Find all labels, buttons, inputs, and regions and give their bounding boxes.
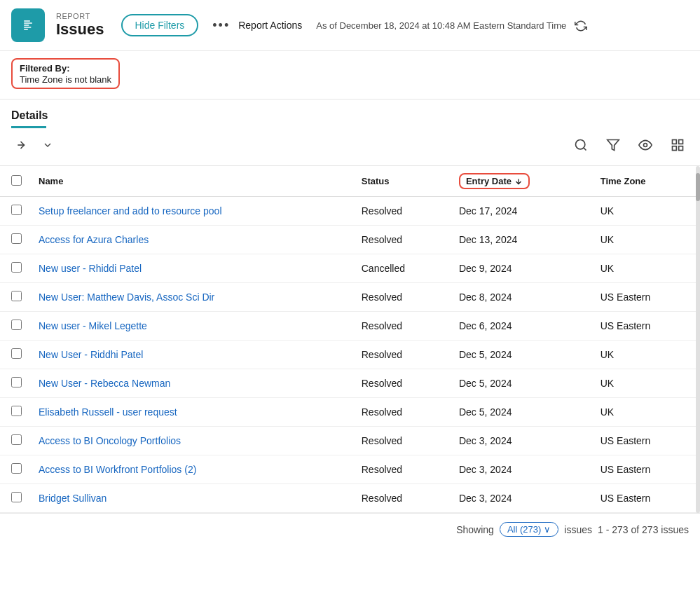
row-name-link[interactable]: New user - Rhiddi Patel <box>39 263 142 274</box>
svg-point-6 <box>576 140 585 149</box>
chevron-down-button[interactable] <box>38 137 57 157</box>
svg-rect-0 <box>24 20 30 22</box>
filter-circle: Filtered By: Time Zone is not blank <box>11 58 120 89</box>
report-label: REPORT <box>56 12 104 20</box>
row-time-zone-cell: US Eastern <box>592 455 700 484</box>
toolbar-right <box>570 135 689 158</box>
grid-button[interactable] <box>666 135 689 158</box>
row-name-cell: Access to BI Workfront Portfolios (2) <box>30 455 353 484</box>
row-name-cell: New User: Matthew Davis, Assoc Sci Dir <box>30 283 353 312</box>
table-row: New User: Matthew Davis, Assoc Sci Dir R… <box>0 283 700 312</box>
scrollbar-thumb[interactable] <box>696 173 700 201</box>
toolbar <box>0 128 700 166</box>
row-checkbox-cell <box>0 455 30 484</box>
row-checkbox[interactable] <box>11 434 22 445</box>
row-entry-date-cell: Dec 5, 2024 <box>451 398 592 427</box>
row-name-cell: New User - Riddhi Patel <box>30 341 353 369</box>
row-time-zone-cell: US Eastern <box>592 484 700 513</box>
more-options-button[interactable]: ••• <box>212 18 230 33</box>
row-time-zone-cell: US Eastern <box>592 283 700 312</box>
row-checkbox[interactable] <box>11 406 22 416</box>
row-status-cell: Resolved <box>353 197 451 226</box>
section-header: Details <box>0 99 700 128</box>
row-checkbox[interactable] <box>11 205 22 215</box>
report-actions-link[interactable]: Report Actions <box>238 20 302 31</box>
issues-table: Name Status Entry Date Time Zone <box>0 166 700 513</box>
time-zone-column-header[interactable]: Time Zone <box>592 166 700 197</box>
row-status-cell: Cancelled <box>353 254 451 283</box>
svg-rect-4 <box>24 29 28 30</box>
row-entry-date-cell: Dec 6, 2024 <box>451 312 592 341</box>
row-name-link[interactable]: Elisabeth Russell - user request <box>39 406 177 418</box>
scrollbar[interactable] <box>696 166 700 513</box>
row-name-link[interactable]: New User: Matthew Davis, Assoc Sci Dir <box>39 291 214 303</box>
refresh-button[interactable] <box>575 18 587 33</box>
table-row: New User - Riddhi Patel Resolved Dec 5, … <box>0 341 700 369</box>
search-button[interactable] <box>570 135 592 158</box>
status-column-header[interactable]: Status <box>353 166 451 197</box>
entry-date-column-header[interactable]: Entry Date <box>451 166 592 197</box>
row-checkbox-cell <box>0 254 30 283</box>
toolbar-left <box>11 135 57 158</box>
row-name-link[interactable]: Access to BI Workfront Portfolios (2) <box>39 464 196 475</box>
row-name-cell: Bridget Sullivan <box>30 484 353 513</box>
row-status-cell: Resolved <box>353 341 451 369</box>
table-row: New user - Rhiddi Patel Cancelled Dec 9,… <box>0 254 700 283</box>
table-row: Access for Azura Charles Resolved Dec 13… <box>0 226 700 254</box>
row-name-cell: New User - Rebecca Newman <box>30 369 353 398</box>
row-entry-date-cell: Dec 3, 2024 <box>451 455 592 484</box>
row-entry-date-cell: Dec 9, 2024 <box>451 254 592 283</box>
data-table-wrapper: Name Status Entry Date Time Zone <box>0 166 700 513</box>
row-checkbox-cell <box>0 484 30 513</box>
select-all-checkbox[interactable] <box>11 175 22 186</box>
row-checkbox[interactable] <box>11 291 22 301</box>
row-entry-date-cell: Dec 17, 2024 <box>451 197 592 226</box>
row-checkbox[interactable] <box>11 233 22 244</box>
row-time-zone-cell: UK <box>592 369 700 398</box>
row-checkbox[interactable] <box>11 463 22 474</box>
svg-point-9 <box>644 144 647 147</box>
row-checkbox[interactable] <box>11 262 22 273</box>
svg-rect-10 <box>673 140 677 144</box>
all-issues-dropdown[interactable]: All (273) ∨ <box>500 522 558 537</box>
row-name-link[interactable]: Bridget Sullivan <box>39 493 107 504</box>
svg-rect-11 <box>679 140 683 144</box>
row-checkbox[interactable] <box>11 377 22 387</box>
row-status-cell: Resolved <box>353 427 451 455</box>
row-name-link[interactable]: Access for Azura Charles <box>39 234 149 245</box>
row-name-link[interactable]: Setup freelancer and add to resource poo… <box>39 205 222 217</box>
table-header-row: Name Status Entry Date Time Zone <box>0 166 700 197</box>
row-entry-date-cell: Dec 8, 2024 <box>451 283 592 312</box>
row-name-link[interactable]: New User - Rebecca Newman <box>39 378 170 389</box>
export-button[interactable] <box>11 135 34 158</box>
visibility-button[interactable] <box>634 135 657 158</box>
page-footer: Showing All (273) ∨ issues 1 - 273 of 27… <box>0 513 700 545</box>
row-status-cell: Resolved <box>353 484 451 513</box>
row-checkbox[interactable] <box>11 348 22 359</box>
row-checkbox-cell <box>0 312 30 341</box>
row-name-cell: New user - Rhiddi Patel <box>30 254 353 283</box>
all-badge-chevron: ∨ <box>544 524 551 535</box>
row-time-zone-cell: UK <box>592 226 700 254</box>
row-name-link[interactable]: New User - Riddhi Patel <box>39 349 143 360</box>
filtered-by-label: Filtered By: <box>20 63 70 74</box>
row-name-cell: Access for Azura Charles <box>30 226 353 254</box>
hide-filters-button[interactable]: Hide Filters <box>121 14 199 36</box>
name-column-header[interactable]: Name <box>30 166 353 197</box>
row-name-link[interactable]: Access to BI Oncology Portfolios <box>39 435 181 446</box>
row-checkbox-cell <box>0 369 30 398</box>
table-row: Setup freelancer and add to resource poo… <box>0 197 700 226</box>
row-status-cell: Resolved <box>353 369 451 398</box>
row-checkbox-cell <box>0 427 30 455</box>
filter-button[interactable] <box>602 135 624 158</box>
row-name-link[interactable]: New user - Mikel Legette <box>39 320 147 331</box>
row-time-zone-cell: US Eastern <box>592 312 700 341</box>
svg-marker-8 <box>608 140 619 151</box>
row-checkbox[interactable] <box>11 492 22 502</box>
count-label: 1 - 273 of 273 issues <box>598 524 689 535</box>
table-row: Bridget Sullivan Resolved Dec 3, 2024 US… <box>0 484 700 513</box>
row-checkbox[interactable] <box>11 320 22 330</box>
report-logo-icon <box>11 8 45 42</box>
row-time-zone-cell: UK <box>592 341 700 369</box>
title-block: REPORT Issues <box>56 12 104 39</box>
